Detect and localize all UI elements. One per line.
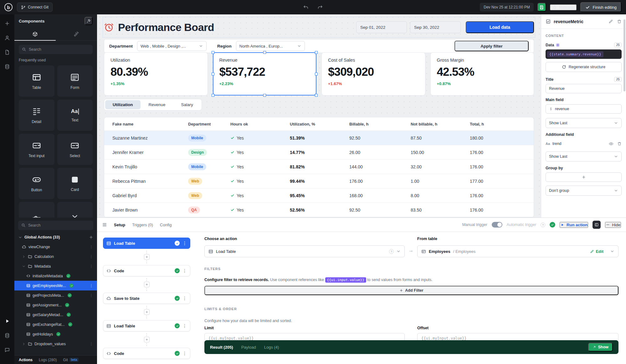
delete-trash-icon[interactable]	[617, 141, 622, 146]
release-button[interactable]: Release	[550, 4, 577, 10]
pages-icon[interactable]	[3, 48, 12, 57]
component-card-button[interactable]: Button	[19, 168, 54, 199]
kebab-menu-icon[interactable]: ⋮	[89, 293, 93, 297]
preview-play-icon[interactable]	[3, 316, 12, 326]
undo-icon[interactable]	[303, 5, 309, 10]
redo-icon[interactable]	[317, 5, 323, 10]
tree-folder-dropdown-values[interactable]: Dropdown_values ⋮	[14, 339, 97, 349]
from-table-select[interactable]: Employees / Employees Edit	[417, 245, 618, 257]
apply-filter-button[interactable]: Apply filter	[454, 41, 529, 51]
flow-step-load-table-2[interactable]: Load Table ⋮	[103, 320, 190, 331]
add-filter-button[interactable]: Add Filter	[204, 286, 618, 295]
date-to-input[interactable]: Sep 30, 2022	[410, 21, 461, 33]
tab-setup[interactable]: Setup	[114, 223, 125, 227]
column-header[interactable]: Utilization, %	[290, 122, 349, 126]
components-search-input[interactable]	[29, 47, 90, 52]
show-result-button[interactable]: Show	[588, 343, 613, 351]
column-header[interactable]: Billable, h	[349, 122, 411, 126]
title-input[interactable]: Revenue	[546, 84, 622, 93]
column-header[interactable]: Total, h	[470, 122, 534, 126]
kebab-menu-icon[interactable]: ⋮	[182, 324, 187, 328]
table-row[interactable]: Javier Brown QA Yes 52.56% 92.50 83.50 1…	[104, 203, 534, 217]
kebab-menu-icon[interactable]: ⋮	[89, 264, 93, 268]
tab-logs[interactable]: Logs (4)	[264, 345, 279, 350]
main-field-mode-select[interactable]: Show Last	[546, 118, 622, 128]
component-card-partial[interactable]	[19, 202, 54, 218]
visibility-eye-icon[interactable]	[609, 141, 613, 146]
app-logo[interactable]: b	[4, 3, 13, 11]
flow-step-load-table-selected[interactable]: Load Table ⋮	[103, 238, 190, 249]
load-data-button[interactable]: Load data	[466, 21, 534, 33]
tree-item-viewchange[interactable]: viewChange ⋮	[14, 242, 97, 252]
manual-trigger-toggle[interactable]	[492, 222, 502, 228]
add-step-button[interactable]	[144, 337, 150, 342]
hide-panel-button[interactable]: Hide	[605, 222, 621, 228]
tab-revenue[interactable]: Revenue	[141, 100, 173, 109]
kpi-card-utilization[interactable]: Utilization 80.39% +1.35%	[104, 52, 208, 95]
add-step-button[interactable]	[144, 254, 150, 260]
run-action-button[interactable]: Run action	[560, 222, 588, 228]
column-header[interactable]: Not billable, h	[411, 122, 470, 126]
column-header[interactable]: Fake name	[112, 122, 188, 126]
component-card-text-input[interactable]: Text input	[19, 134, 54, 165]
connect-git-button[interactable]: Connect Git	[17, 3, 53, 12]
table-row[interactable]: Suzanne Martinez Mobile Yes 51.39% 92.50…	[104, 131, 534, 145]
component-card-select[interactable]: Select	[57, 134, 93, 165]
info-icon[interactable]: ?	[541, 223, 545, 227]
tree-item-getholidays[interactable]: getHolidays	[14, 329, 97, 339]
column-header[interactable]: Department	[188, 122, 230, 126]
tree-item-getexchangerat[interactable]: getExchangeRat...	[14, 320, 97, 329]
kebab-menu-icon[interactable]: ⋮	[89, 245, 93, 249]
canvas-header-widget[interactable]: Performance Board Sep 01, 2022 Sep 30, 2…	[104, 18, 534, 36]
inspector-scrollbar[interactable]	[623, 19, 625, 91]
tree-folder-calculation[interactable]: Calculation ⋮	[14, 252, 97, 261]
add-action-icon[interactable]	[89, 235, 93, 239]
component-card-card[interactable]: Card	[57, 168, 93, 199]
component-card-detail[interactable]: Detail	[19, 100, 54, 131]
pin-panel-button[interactable]	[85, 17, 93, 25]
help-icon[interactable]: ?	[389, 249, 394, 254]
state-icon[interactable]	[3, 331, 12, 340]
table-row[interactable]: Jennifer Kramer Design Yes 14.77% 26.00 …	[104, 145, 534, 160]
tab-config[interactable]: Config	[160, 223, 172, 227]
tree-item-getsalarymetad[interactable]: getSalaryMetad...	[14, 310, 97, 320]
component-card-form[interactable]: Form	[57, 65, 93, 97]
kpi-card-cost-of-sales[interactable]: Cost of Sales $309,020 +1.67%	[321, 52, 425, 95]
tree-item-initializemetadata[interactable]: initializeMetadata	[14, 271, 97, 281]
tree-group-global-actions[interactable]: Global Actions (33)	[14, 233, 97, 242]
region-select[interactable]: North America , Europ...	[236, 41, 305, 51]
tab-git[interactable]: Gitbeta	[63, 358, 79, 362]
flow-step-code[interactable]: Code ⋮	[103, 265, 190, 276]
data-sources-icon[interactable]	[3, 62, 12, 71]
rename-pencil-icon[interactable]	[608, 19, 613, 24]
delete-trash-icon[interactable]	[617, 19, 622, 24]
additional-field-mode-select[interactable]: Show Last	[546, 151, 622, 161]
js-toggle-badge[interactable]: JS	[614, 43, 622, 47]
department-select[interactable]: Web , Mobile , Design ,...	[137, 41, 207, 51]
add-group-by-button[interactable]	[546, 172, 622, 182]
tab-magic[interactable]	[56, 28, 97, 40]
kpi-card-revenue-selected[interactable]: Revenue $537,722 +2.23%	[213, 52, 317, 95]
component-card-partial[interactable]	[57, 202, 93, 218]
list-menu-icon[interactable]	[102, 222, 107, 227]
panel-layout-button[interactable]	[593, 221, 601, 229]
table-row[interactable]: Rebecca Pittman Web Yes 99.44% 176.00 1.…	[104, 174, 534, 188]
kebab-menu-icon[interactable]: ⋮	[182, 351, 187, 356]
main-field-input[interactable]: revenue	[546, 104, 622, 114]
add-step-button[interactable]	[144, 309, 150, 315]
users-icon[interactable]	[3, 33, 12, 43]
tree-item-getemployees-selected[interactable]: getEmployeesMe... ⋮	[14, 281, 97, 290]
kebab-menu-icon[interactable]: ⋮	[89, 342, 93, 346]
add-step-button[interactable]	[144, 282, 150, 287]
tree-item-getassignment[interactable]: getAssignment...	[14, 300, 97, 310]
component-card-text[interactable]: Aa Text	[57, 100, 93, 131]
additional-field-row[interactable]: Aa trend	[546, 139, 622, 148]
environment-badge[interactable]: Dev Nov 25 at 12:21:00 PM	[480, 3, 533, 12]
flow-step-save-to-state[interactable]: Save to State ⋮	[103, 293, 190, 304]
tab-salary[interactable]: Salary	[174, 100, 201, 109]
kpi-card-gross-margin[interactable]: Gross Margin 42.53% +0.87%	[430, 52, 534, 95]
tab-result[interactable]: Result (205)	[210, 345, 233, 350]
js-toggle-badge[interactable]: JS	[614, 77, 622, 82]
tab-utilization[interactable]: Utilization	[105, 100, 141, 109]
chat-icon[interactable]	[3, 345, 12, 355]
